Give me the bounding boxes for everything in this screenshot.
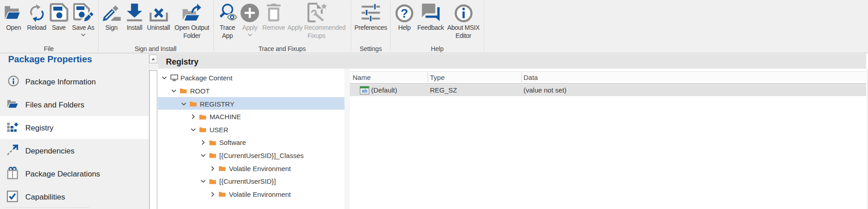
svg-text:ab: ab: [362, 88, 368, 93]
svg-text:?: ?: [401, 7, 408, 20]
